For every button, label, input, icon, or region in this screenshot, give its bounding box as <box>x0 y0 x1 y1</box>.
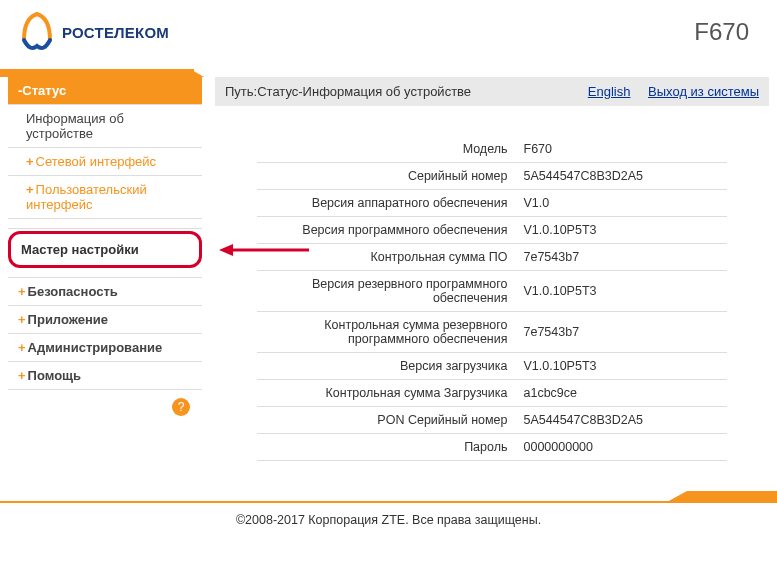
row-value: a1cbc9ce <box>516 380 728 407</box>
copyright: ©2008-2017 Корпорация ZTE. Все права защ… <box>0 503 777 541</box>
sidebar-item-voip[interactable] <box>8 219 202 229</box>
sidebar-item-user-interface[interactable]: +Пользовательский интерфейс <box>8 176 202 219</box>
model-title: F670 <box>694 18 757 46</box>
accent-bar <box>0 69 777 77</box>
sidebar-item-application[interactable]: +Приложение <box>8 306 202 334</box>
row-label: Серийный номер <box>257 163 516 190</box>
row-label: Контрольная сумма ПО <box>257 244 516 271</box>
table-row: Контрольная сумма ПО7e7543b7 <box>257 244 727 271</box>
footer-accent <box>0 491 777 503</box>
question-icon: ? <box>172 398 190 416</box>
sidebar-item-device-info[interactable]: Информация об устройстве <box>8 105 202 148</box>
row-label: PON Серийный номер <box>257 407 516 434</box>
row-label: Пароль <box>257 434 516 461</box>
sidebar-item-net[interactable] <box>8 270 202 278</box>
breadcrumb-bar: Путь:Статус-Информация об устройстве Eng… <box>215 77 769 106</box>
row-label: Версия загрузчика <box>257 353 516 380</box>
row-label: Версия аппаратного обеспечения <box>257 190 516 217</box>
row-value: V1.0.10P5T3 <box>516 217 728 244</box>
sidebar-item-wizard: Мастер настройки <box>21 242 139 257</box>
row-label: Контрольная сумма резервного программног… <box>257 312 516 353</box>
table-row: Версия загрузчикаV1.0.10P5T3 <box>257 353 727 380</box>
table-row: PON Серийный номер5A544547C8B3D2A5 <box>257 407 727 434</box>
row-value: V1.0.10P5T3 <box>516 271 728 312</box>
table-row: МодельF670 <box>257 136 727 163</box>
wizard-highlight[interactable]: Мастер настройки <box>8 231 202 268</box>
lang-english-link[interactable]: English <box>588 84 631 99</box>
breadcrumb: Путь:Статус-Информация об устройстве <box>225 84 471 99</box>
sidebar-item-admin[interactable]: +Администрирование <box>8 334 202 362</box>
table-row: Версия аппаратного обеспеченияV1.0 <box>257 190 727 217</box>
row-value: F670 <box>516 136 728 163</box>
table-row: Контрольная сумма Загрузчикаa1cbc9ce <box>257 380 727 407</box>
brand-name: РОСТЕЛЕКОМ <box>62 24 169 41</box>
table-row: Серийный номер5A544547C8B3D2A5 <box>257 163 727 190</box>
row-label: Модель <box>257 136 516 163</box>
plus-icon: + <box>26 182 34 197</box>
brand-logo: РОСТЕЛЕКОМ <box>20 10 169 54</box>
sidebar-item-help[interactable]: +Помощь <box>8 362 202 390</box>
plus-icon: + <box>18 284 26 299</box>
plus-icon: + <box>26 154 34 169</box>
sidebar-item-network-interface[interactable]: +Сетевой интерфейс <box>8 148 202 176</box>
row-value: 7e7543b7 <box>516 312 728 353</box>
row-value: 7e7543b7 <box>516 244 728 271</box>
row-value: 5A544547C8B3D2A5 <box>516 163 728 190</box>
table-row: Версия программного обеспеченияV1.0.10P5… <box>257 217 727 244</box>
plus-icon: + <box>18 340 26 355</box>
sidebar-item-status[interactable]: -Статус <box>8 77 202 105</box>
row-value: 5A544547C8B3D2A5 <box>516 407 728 434</box>
plus-icon: + <box>18 312 26 327</box>
row-value: V1.0.10P5T3 <box>516 353 728 380</box>
plus-icon: + <box>18 368 26 383</box>
header: РОСТЕЛЕКОМ F670 <box>0 0 777 69</box>
help-button[interactable]: ? <box>8 390 202 424</box>
table-row: Пароль0000000000 <box>257 434 727 461</box>
content-area: Путь:Статус-Информация об устройстве Eng… <box>203 77 769 461</box>
sidebar-item-security[interactable]: +Безопасность <box>8 278 202 306</box>
row-label: Версия программного обеспечения <box>257 217 516 244</box>
device-info-table: МодельF670Серийный номер5A544547C8B3D2A5… <box>257 136 727 461</box>
row-label: Версия резервного программного обеспечен… <box>257 271 516 312</box>
table-row: Контрольная сумма резервного программног… <box>257 312 727 353</box>
row-value: 0000000000 <box>516 434 728 461</box>
sidebar: -Статус Информация об устройстве +Сетево… <box>8 77 203 424</box>
rostelecom-icon <box>20 10 54 54</box>
table-row: Версия резервного программного обеспечен… <box>257 271 727 312</box>
logout-link[interactable]: Выход из системы <box>648 84 759 99</box>
row-value: V1.0 <box>516 190 728 217</box>
row-label: Контрольная сумма Загрузчика <box>257 380 516 407</box>
